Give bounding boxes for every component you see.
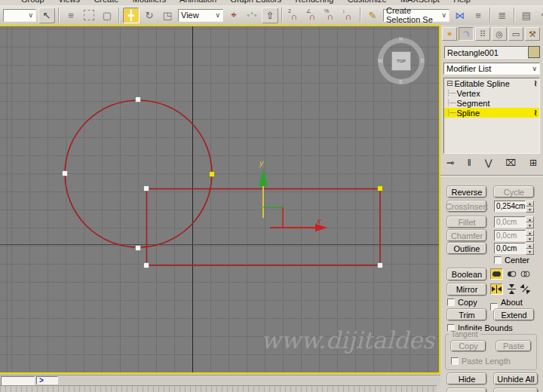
- rectangular-selection-region-button[interactable]: [81, 8, 97, 23]
- tab-modify[interactable]: ◠: [459, 27, 474, 41]
- make-unique-icon[interactable]: ⋁: [485, 158, 492, 168]
- trim-button[interactable]: Trim: [447, 309, 486, 320]
- use-pivot-point-center-button[interactable]: ⌖: [225, 8, 242, 23]
- paste-length-checkbox[interactable]: Paste Length: [451, 357, 511, 366]
- tab-utilities[interactable]: ⚒: [525, 27, 540, 41]
- reference-coordinate-system-combo[interactable]: View ∨: [178, 9, 223, 22]
- vertex-handle[interactable]: [63, 171, 68, 176]
- cross-insert-spinner[interactable]: ▲▼: [526, 201, 534, 212]
- copy-checkbox[interactable]: Copy: [447, 298, 477, 307]
- pin-stack-icon[interactable]: ⊸: [446, 158, 454, 168]
- select-cursor-icon: ↖: [43, 10, 51, 21]
- vertex-handle[interactable]: [378, 263, 383, 268]
- checkbox-icon[interactable]: [451, 357, 459, 365]
- tab-display[interactable]: ▭: [508, 27, 523, 41]
- unhide-all-button[interactable]: Unhide All: [494, 373, 538, 384]
- modifier-list-dropdown[interactable]: Modifier List ∨: [443, 63, 540, 75]
- window-crossing-toggle[interactable]: ▢: [99, 8, 115, 23]
- mirror-horizontal-icon[interactable]: [490, 283, 503, 295]
- select-by-name-button[interactable]: ≡: [63, 8, 79, 23]
- boolean-subtract-icon[interactable]: [505, 268, 518, 280]
- chamfer-value[interactable]: 0,0cm: [494, 230, 526, 241]
- boolean-union-icon[interactable]: [490, 268, 503, 280]
- first-vertex-handle[interactable]: [378, 186, 383, 191]
- show-end-result-icon[interactable]: ‖: [468, 158, 471, 168]
- curve-editor-button[interactable]: ∿: [536, 8, 543, 23]
- stack-row-spline-selected[interactable]: Spline ≀: [444, 108, 539, 118]
- stack-row-editable-spline[interactable]: ⊟ Editable Spline ≀: [444, 78, 539, 88]
- edit-named-selection-sets-button[interactable]: ✎: [364, 8, 381, 23]
- remove-modifier-icon[interactable]: ⌧: [505, 158, 516, 168]
- menu-items[interactable]: Group Views Create Modifiers Animation G…: [21, 0, 471, 4]
- track-bar[interactable]: [0, 385, 437, 392]
- vertex-handle[interactable]: [144, 186, 149, 191]
- outline-value[interactable]: 0,0cm: [494, 243, 526, 254]
- first-vertex-handle[interactable]: [210, 172, 215, 177]
- select-and-scale-button[interactable]: ◳: [159, 8, 176, 23]
- keyboard-shortcut-override-toggle[interactable]: ⇧: [262, 8, 278, 23]
- configure-modifier-sets-icon[interactable]: ⊞: [529, 158, 537, 168]
- checkbox-icon[interactable]: [447, 299, 455, 306]
- fillet-spinner[interactable]: ▲▼: [526, 216, 534, 228]
- vertex-handle[interactable]: [144, 263, 149, 268]
- maxscript-prompt[interactable]: >: [36, 376, 58, 384]
- outline-button[interactable]: Outline: [447, 243, 486, 254]
- tangent-copy-button[interactable]: Copy: [451, 341, 486, 351]
- boolean-button[interactable]: Boolean: [447, 268, 486, 280]
- vertex-handle[interactable]: [136, 97, 141, 103]
- chamfer-spinner[interactable]: ▲▼: [526, 230, 534, 241]
- object-name-field[interactable]: Rectangle001: [444, 46, 528, 59]
- cross-insert-value[interactable]: 0,254cm: [494, 201, 526, 212]
- mirror-button[interactable]: ⋈: [452, 8, 468, 23]
- hide-button[interactable]: Hide: [447, 373, 486, 384]
- select-and-manipulate-button[interactable]: ∘°∘: [244, 8, 260, 23]
- snaps-toggle-2d-button[interactable]: 2 ∩: [286, 8, 302, 23]
- compass-north[interactable]: N: [399, 36, 403, 41]
- outline-spinner[interactable]: ▲▼: [526, 243, 534, 254]
- boolean-intersect-icon[interactable]: [519, 268, 532, 280]
- circle-spline[interactable]: [65, 100, 212, 247]
- chamfer-button[interactable]: Chamfer: [447, 230, 486, 241]
- percent-snap-toggle-button[interactable]: % ∩: [322, 8, 339, 23]
- gizmo-y-arrowhead-icon[interactable]: [259, 168, 268, 186]
- checkbox-icon[interactable]: [494, 256, 502, 264]
- viewcube[interactable]: N E S W TOP: [378, 38, 425, 84]
- mirror-both-icon[interactable]: [519, 283, 532, 295]
- fillet-button[interactable]: Fillet: [447, 216, 486, 228]
- compass-west[interactable]: W: [378, 58, 383, 63]
- vertex-handle[interactable]: [136, 246, 141, 251]
- spinner-snap-toggle-button[interactable]: ↕ ∩: [340, 8, 357, 23]
- named-selection-sets-combo[interactable]: Create Selection Se ∨: [383, 9, 449, 22]
- viewcube-top-face[interactable]: TOP: [391, 51, 411, 71]
- left-combo[interactable]: ∨: [3, 9, 36, 22]
- fillet-value[interactable]: 0,0cm: [494, 216, 526, 228]
- select-and-rotate-button[interactable]: ↻: [141, 8, 158, 23]
- clipped-button[interactable]: [494, 388, 538, 392]
- menu-bar[interactable]: Group Views Create Modifiers Animation G…: [0, 0, 543, 5]
- cycle-button[interactable]: Cycle: [494, 186, 534, 198]
- mirror-vertical-icon[interactable]: [505, 283, 518, 295]
- tab-motion[interactable]: ◎: [492, 27, 507, 41]
- tangent-paste-button[interactable]: Paste: [496, 341, 531, 351]
- stack-row-vertex[interactable]: Vertex: [444, 88, 539, 98]
- object-color-swatch[interactable]: [528, 46, 540, 58]
- align-button[interactable]: ≡: [470, 8, 486, 23]
- tab-create[interactable]: ✶: [442, 27, 457, 41]
- top-viewport[interactable]: y x N E S W TOP www.dijitaldes: [0, 25, 440, 374]
- layer-manager-button[interactable]: ≣: [494, 8, 511, 23]
- center-checkbox[interactable]: Center: [494, 256, 529, 265]
- select-object-button[interactable]: ↖: [38, 8, 55, 23]
- compass-east[interactable]: E: [421, 58, 425, 63]
- reverse-button[interactable]: Reverse: [447, 186, 486, 198]
- render-setup-button[interactable]: ▤: [518, 8, 535, 23]
- cross-insert-button[interactable]: CrossInsert: [447, 201, 486, 212]
- collapse-icon[interactable]: ⊟: [446, 79, 452, 87]
- mirror-button[interactable]: Mirror: [447, 283, 486, 296]
- select-and-move-button[interactable]: ╋: [123, 8, 140, 23]
- tab-hierarchy[interactable]: ⠿: [475, 27, 490, 41]
- stack-row-segment[interactable]: Segment: [444, 98, 539, 108]
- compass-south[interactable]: S: [399, 79, 403, 84]
- angle-snap-toggle-button[interactable]: ∠ ∩: [304, 8, 321, 23]
- extend-button[interactable]: Extend: [494, 309, 534, 320]
- clipped-button[interactable]: [447, 388, 486, 392]
